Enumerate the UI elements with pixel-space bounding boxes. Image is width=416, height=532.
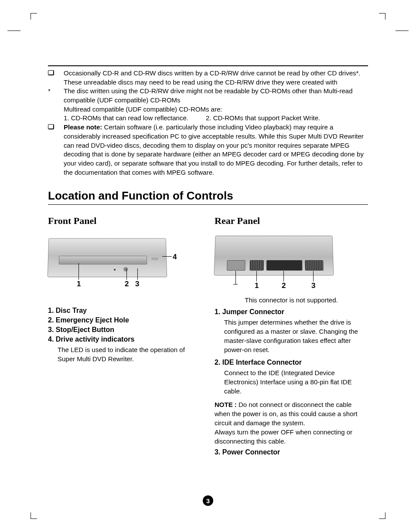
- crop-mark-icon: [31, 512, 37, 519]
- callout-line-icon: [137, 268, 138, 280]
- aux-connector-icon: [227, 260, 246, 271]
- callout-number: 3: [135, 280, 139, 288]
- desc-title: 2. Emergency Eject Hole: [48, 316, 201, 324]
- callout-number: 2: [282, 281, 286, 290]
- desc-item: 1. Jumper Connector This jumper determin…: [215, 308, 368, 354]
- callout-line-icon: [313, 271, 314, 281]
- list-item-text: Certain software (i.e. particularly thos…: [64, 123, 364, 176]
- crop-mark-icon: [31, 13, 37, 20]
- ide-connector-icon: [266, 260, 303, 271]
- front-panel-figure: 1 2 3 4: [48, 233, 179, 289]
- desc-body: Connect to the IDE (Integrated Device El…: [224, 368, 368, 396]
- page-number-badge: 3: [203, 495, 213, 506]
- eject-button-icon: [123, 267, 128, 271]
- panels-row: Front Panel 1 2 3 4: [48, 215, 368, 458]
- note-label: NOTE :: [215, 401, 237, 408]
- callout-number: 4: [173, 253, 177, 261]
- callout-number: 2: [125, 280, 129, 288]
- divider: [48, 65, 368, 66]
- callout-number: 1: [77, 280, 81, 288]
- callout-line-icon: [126, 268, 127, 280]
- list-item-text: 2. CD-ROMs that support Packet Write.: [206, 114, 320, 123]
- drive-front-icon: [48, 238, 167, 278]
- asterisk-bullet-icon: *: [48, 87, 60, 96]
- list-item: Occasionally CD-R and CD-RW discs writte…: [48, 69, 368, 87]
- list-item: Please note: Certain software (i.e. part…: [48, 123, 368, 177]
- section-heading: Location and Function of Controls: [48, 189, 368, 203]
- callout-line-icon: [162, 256, 172, 257]
- desc-item: 1. Disc Tray: [48, 307, 201, 315]
- page-number: 3: [206, 497, 210, 505]
- callout-number: 3: [311, 281, 315, 290]
- list-item: * The disc written using the CD-R/RW dri…: [48, 87, 368, 123]
- note-block: NOTE : Do not connect or disconnect the …: [215, 400, 368, 446]
- desc-title: 3. Stop/Eject Button: [48, 326, 201, 334]
- desc-title: 1. Disc Tray: [48, 307, 201, 315]
- list-item-text: 1. CD-ROMs that can read low reflectance…: [64, 114, 188, 123]
- desc-item: 2. IDE Interface Connector Connect to th…: [215, 359, 368, 396]
- box-bullet-icon: [48, 123, 60, 132]
- jumper-connector-icon: [250, 260, 264, 271]
- divider: [48, 204, 368, 205]
- list-item-text: Multiread compatible (UDF compatible) CD…: [64, 105, 222, 113]
- registration-mark-icon: [396, 30, 409, 31]
- desc-title: 1. Jumper Connector: [215, 308, 368, 316]
- callout-line-icon: [235, 271, 236, 284]
- desc-body: This jumper determines whether the drive…: [224, 318, 368, 354]
- callout-number: 1: [255, 281, 259, 290]
- front-panel-column: Front Panel 1 2 3 4: [48, 215, 201, 458]
- desc-title: 3. Power Connector: [215, 448, 368, 456]
- note-label: Please note:: [64, 123, 102, 131]
- crop-mark-icon: [379, 13, 385, 20]
- desc-title: 2. IDE Interface Connector: [215, 359, 368, 366]
- callout-line-icon: [283, 271, 284, 281]
- callout-line-icon: [78, 263, 79, 280]
- desc-item: 4. Drive activity indicators The LED is …: [48, 335, 201, 363]
- desc-title: 4. Drive activity indicators: [48, 335, 201, 343]
- disc-tray-icon: [59, 256, 147, 264]
- front-panel-heading: Front Panel: [48, 215, 201, 227]
- desc-item: 3. Stop/Eject Button: [48, 326, 201, 334]
- rear-desc-list: 1. Jumper Connector This jumper determin…: [215, 308, 368, 456]
- list-item-text: Occasionally CD-R and CD-RW discs writte…: [64, 69, 361, 86]
- document-page: Occasionally CD-R and CD-RW discs writte…: [0, 0, 416, 532]
- list-item-text: The disc written using the CD-R/RW drive…: [64, 87, 352, 104]
- desc-item: 3. Power Connector: [215, 448, 368, 456]
- desc-item: 2. Emergency Eject Hole: [48, 316, 201, 324]
- figure-caption: This connector is not supported.: [215, 296, 368, 304]
- crop-mark-icon: [379, 512, 385, 519]
- notes-list: Occasionally CD-R and CD-RW discs writte…: [48, 69, 368, 177]
- rear-panel-heading: Rear Panel: [215, 215, 368, 227]
- power-connector-icon: [305, 260, 324, 271]
- rear-panel-column: Rear Panel 1 2 3 This connector is not s…: [215, 215, 368, 458]
- desc-body: The LED is used to indicate the operatio…: [58, 345, 201, 363]
- callout-line-icon: [256, 271, 257, 281]
- box-bullet-icon: [48, 69, 60, 78]
- rear-panel-figure: 1 2 3: [215, 233, 345, 294]
- drive-rear-icon: [214, 236, 334, 275]
- led-indicator-icon: [151, 258, 158, 260]
- callout-line-icon: [233, 284, 238, 285]
- eject-hole-icon: [114, 269, 116, 271]
- registration-mark-icon: [7, 30, 20, 31]
- front-desc-list: 1. Disc Tray 2. Emergency Eject Hole 3. …: [48, 307, 201, 363]
